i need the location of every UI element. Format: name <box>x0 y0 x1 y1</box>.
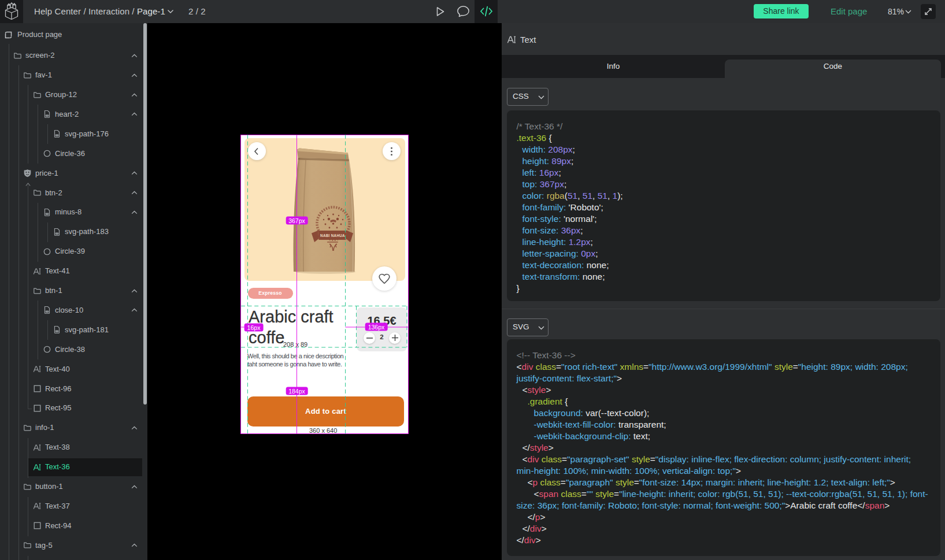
svg-text:NABI NAHUA: NABI NAHUA <box>320 233 345 238</box>
